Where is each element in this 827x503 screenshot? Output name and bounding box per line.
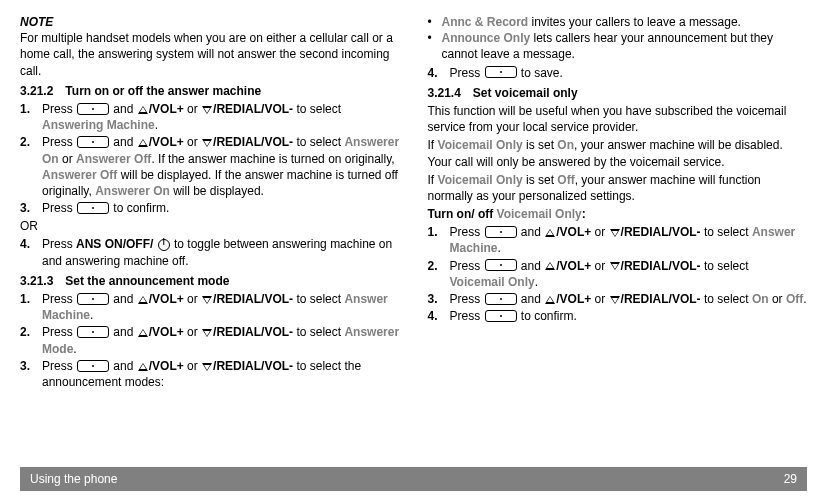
step-text: Press and /VOL+ or /REDIAL/VOL- to selec… [450,224,808,256]
up-icon [545,262,555,270]
step-text: Press and /VOL+ or /REDIAL/VOL- to selec… [42,291,400,323]
down-icon [202,296,212,304]
step-text: Press and /VOL+ or /REDIAL/VOL- to selec… [42,134,400,199]
menu-softkey-icon [77,360,109,372]
section-3213-step4: 4. Press to save. [428,65,808,81]
step-text: Press and /VOL+ or /REDIAL/VOL- to selec… [450,291,808,307]
up-icon [138,363,148,371]
announcement-modes-list: •Annc & Record invites your callers to l… [428,14,808,63]
page-footer: Using the phone 29 [20,467,807,491]
menu-softkey-icon [77,293,109,305]
or-label: OR [20,218,400,234]
right-column: •Annc & Record invites your callers to l… [428,12,808,460]
note-block: NOTE For multiple handset models when yo… [20,14,400,79]
note-body: For multiple handset models when you are… [20,31,393,77]
step-text: Press and /VOL+ or /REDIAL/VOL- to selec… [42,358,400,390]
section-3214-steps: 1. Press and /VOL+ or /REDIAL/VOL- to se… [428,224,808,324]
down-icon [610,262,620,270]
menu-softkey-icon [485,310,517,322]
list-item: Announce Only lets callers hear your ann… [442,30,808,62]
section-3213-head: 3.21.3 Set the announcement mode [20,273,400,289]
step-text: Press and /VOL+ or /REDIAL/VOL- to selec… [42,324,400,356]
footer-page-number: 29 [784,471,797,487]
step-text: Press and /VOL+ or /REDIAL/VOL- to selec… [42,101,400,133]
step-text: Press to confirm. [450,308,808,324]
up-icon [138,296,148,304]
up-icon [138,139,148,147]
menu-softkey-icon [77,202,109,214]
up-icon [545,229,555,237]
menu-softkey-icon [485,259,517,271]
footer-title: Using the phone [30,471,117,487]
power-icon [158,239,170,251]
section-3212-head: 3.21.2 Turn on or off the answer machine [20,83,400,99]
turn-onoff-head: Turn on/ off Voicemail Only: [428,206,808,222]
down-icon [202,139,212,147]
voicemail-off-para: If Voicemail Only is set Off, your answe… [428,172,808,204]
menu-softkey-icon [485,66,517,78]
section-3214-intro: This function will be useful when you ha… [428,103,808,135]
menu-softkey-icon [77,136,109,148]
down-icon [202,106,212,114]
up-icon [545,296,555,304]
section-3212-steps: 1. Press and /VOL+ or /REDIAL/VOL- to se… [20,101,400,216]
menu-softkey-icon [77,103,109,115]
step-text: Press ANS ON/OFF/ to toggle between answ… [42,236,400,268]
down-icon [202,363,212,371]
menu-softkey-icon [485,293,517,305]
note-label: NOTE [20,15,53,29]
page-columns: NOTE For multiple handset models when yo… [20,12,807,460]
voicemail-on-para: If Voicemail Only is set On, your answer… [428,137,808,169]
section-3214-head: 3.21.4 Set voicemail only [428,85,808,101]
down-icon [610,229,620,237]
list-item: Annc & Record invites your callers to le… [442,14,741,30]
step-text: Press and /VOL+ or /REDIAL/VOL- to selec… [450,258,808,290]
menu-softkey-icon [485,226,517,238]
section-3213-steps: 1. Press and /VOL+ or /REDIAL/VOL- to se… [20,291,400,390]
up-icon [138,329,148,337]
down-icon [202,329,212,337]
step-text: Press to confirm. [42,200,400,216]
menu-softkey-icon [77,326,109,338]
step-text: Press to save. [450,65,808,81]
section-3212-steps-alt: 4. Press ANS ON/OFF/ to toggle between a… [20,236,400,268]
left-column: NOTE For multiple handset models when yo… [20,12,400,460]
down-icon [610,296,620,304]
up-icon [138,106,148,114]
